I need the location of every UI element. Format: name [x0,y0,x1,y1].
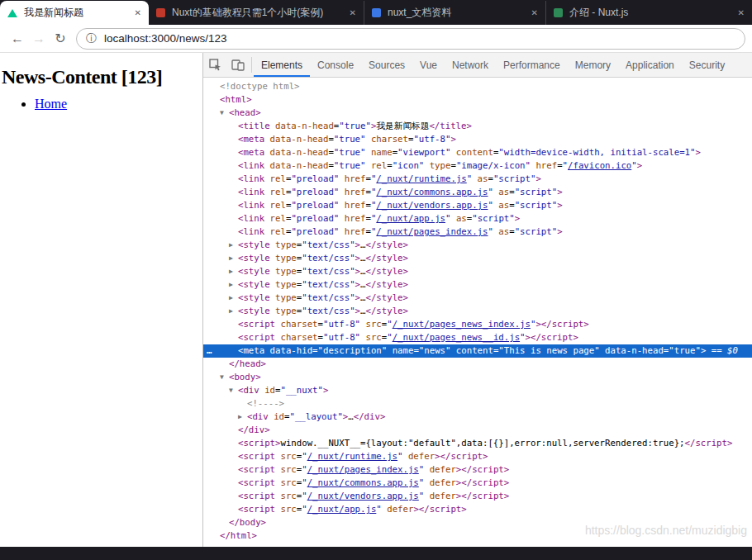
code-token: content [450,345,493,356]
dom-node-line[interactable]: </head> [203,358,752,371]
dom-node-line[interactable]: <!doctype html> [203,80,752,93]
code-token: rel [264,187,286,197]
code-token: defer [424,477,456,488]
dom-node-line[interactable]: <script src="/_nuxt/pages_index.js" defe… [203,463,752,477]
inspect-element-icon[interactable] [203,53,226,77]
expand-arrow-icon[interactable]: ▶ [229,305,238,318]
browser-tab[interactable]: Nuxt的基础教程只需1个小时(案例)✕ [149,1,364,25]
expand-arrow-icon[interactable]: ▶ [229,252,238,265]
expand-arrow-icon[interactable]: ▶ [229,292,238,305]
dom-node-line[interactable]: <link rel="preload" href="/_nuxt/pages_i… [203,225,752,239]
devtools-tab-memory[interactable]: Memory [568,53,618,77]
tab-favicon [156,8,165,17]
expand-arrow-icon[interactable]: ▶ [229,278,238,292]
dom-node-line[interactable]: ▶<style type="text/css">…</style> [203,252,752,265]
dom-node-line[interactable]: <script charset="utf-8" src="/_nuxt/page… [203,331,752,344]
browser-tab[interactable]: nuxt_文档资料✕ [364,1,545,25]
devtools-tab-console[interactable]: Console [310,53,361,77]
dom-node-line[interactable]: ▶<div id="__layout">…</div> [203,411,752,424]
tab-close-icon[interactable]: ✕ [135,8,141,17]
devtools-tab-performance[interactable]: Performance [496,53,568,77]
dom-node-line[interactable]: </body> [203,516,752,529]
devtools-tab-bar: ElementsConsoleSourcesVueNetworkPerforma… [254,53,752,77]
dom-node-line[interactable]: <script src="/_nuxt/vendors.app.js" defe… [203,490,752,503]
devtools-tab-security[interactable]: Security [682,53,732,77]
dom-node-line[interactable]: <link rel="preload" href="/_nuxt/app.js"… [203,212,752,225]
home-link[interactable]: Home [35,97,67,111]
dom-node-line[interactable]: ▼<body> [203,371,752,384]
code-token: <style [238,279,270,290]
browser-tab[interactable]: 我是新闻标题✕ [0,1,149,25]
collapse-arrow-icon[interactable]: ▼ [220,107,229,120]
page-info-icon[interactable]: ⓘ [86,31,97,46]
dom-node-line[interactable]: ▶<style type="text/css">…</style> [203,292,752,305]
dom-node-line[interactable]: ▶<style type="text/css">…</style> [203,278,752,292]
devtools-tab-sources[interactable]: Sources [361,53,412,77]
code-token: ></script> [526,332,578,343]
device-toolbar-icon[interactable] [226,53,250,77]
dom-node-line[interactable]: <link rel="preload" href="/_nuxt/commons… [203,186,752,199]
code-token: "utf-8" [413,134,450,145]
code-token: charset [275,319,317,330]
collapse-arrow-icon[interactable]: ▼ [220,371,229,384]
code-token: src [360,319,382,330]
collapse-arrow-icon[interactable]: ▼ [229,384,238,397]
code-token: src [275,477,297,488]
code-token: rel [365,160,387,171]
forward-button[interactable]: → [28,31,50,46]
dom-node-line[interactable]: ▶<style type="text/css">…</style> [203,305,752,318]
dom-node-line[interactable]: <script>window.__NUXT__={layout:"default… [203,437,752,450]
dom-node-line[interactable]: </div> [203,424,752,437]
code-token: > [557,226,562,237]
expand-arrow-icon[interactable]: ▶ [229,265,238,278]
tab-close-icon[interactable]: ✕ [350,8,356,17]
code-token: </style> [365,240,407,250]
code-token: type [270,292,297,303]
dom-node-line[interactable]: <link rel="preload" href="/_nuxt/runtime… [203,173,752,186]
dom-node-line[interactable]: <meta data-n-head="true" name="viewport"… [203,146,752,159]
dom-node-line[interactable]: <script src="/_nuxt/commons.app.js" defe… [203,477,752,490]
browser-window: 我是新闻标题✕Nuxt的基础教程只需1个小时(案例)✕nuxt_文档资料✕介绍 … [0,0,752,560]
dom-node-line[interactable]: <html> [203,93,752,107]
dom-node-line[interactable]: <link rel="preload" href="/_nuxt/vendors… [203,199,752,212]
reload-button[interactable]: ↻ [50,31,71,46]
code-token: href [339,213,365,224]
code-token: /_nuxt/commons.app.js [376,187,488,197]
code-token: <script [238,332,275,343]
expand-arrow-icon[interactable]: ▶ [238,411,247,424]
code-token: as [493,187,509,197]
dom-node-line[interactable]: ▼<head> [203,107,752,120]
code-token: "preload" [291,213,339,224]
browser-tab[interactable]: 介绍 - Nuxt.js✕ [545,1,752,25]
devtools-tab-network[interactable]: Network [445,53,496,77]
devtools-tab-vue[interactable]: Vue [412,53,445,77]
devtools-tab-elements[interactable]: Elements [254,53,310,77]
code-token: "width=device-width, initial-scale=1" [498,147,695,158]
expand-arrow-icon[interactable]: ▶ [229,239,238,252]
url-text[interactable]: localhost:3000/news/123 [104,32,227,45]
dom-node-line[interactable]: ▶<style type="text/css">…</style> [203,265,752,278]
code-token: href [339,187,365,197]
dom-node-line[interactable]: <!----> [203,397,752,411]
dom-node-line[interactable]: ▼<div id="__nuxt"> [203,384,752,397]
tab-close-icon[interactable]: ✕ [531,8,538,17]
dom-node-line[interactable]: <meta data-n-head="true" charset="utf-8"… [203,133,752,146]
selected-dom-node[interactable]: …<meta data-hid="description" name="news… [203,344,752,358]
dom-node-line[interactable]: </html> [203,529,752,543]
dom-node-line[interactable]: <script src="/_nuxt/runtime.js" defer></… [203,450,752,463]
dom-node-line[interactable]: ▶<style type="text/css">…</style> [203,239,752,252]
back-button[interactable]: ← [7,31,28,46]
devtools-tab-application[interactable]: Application [618,53,682,77]
dom-node-line[interactable]: <link data-n-head="true" rel="icon" type… [203,159,752,173]
code-token: <style [238,253,270,263]
tab-close-icon[interactable]: ✕ [738,8,745,17]
dom-node-line[interactable]: <script src="/_nuxt/app.js" defer></scri… [203,503,752,516]
dom-node-line[interactable]: <title data-n-head="true">我是新闻标题</title> [203,120,752,133]
code-token: "true" [334,134,366,145]
address-bar[interactable]: ⓘ localhost:3000/news/123 [76,28,745,50]
code-token: == $0 [706,345,738,356]
code-token: > [637,160,642,171]
dom-node-line[interactable]: <script charset="utf-8" src="/_nuxt/page… [203,318,752,331]
code-token: id [259,385,275,396]
code-token: src [360,332,382,343]
